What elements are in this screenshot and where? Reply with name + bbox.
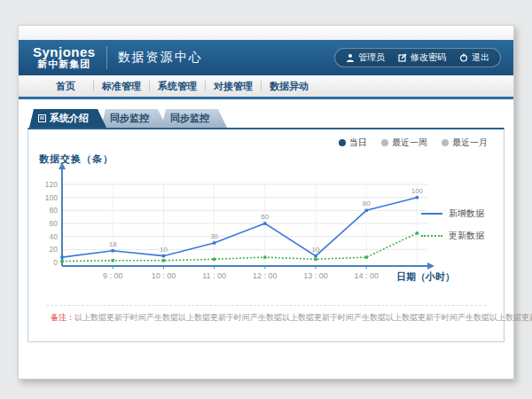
edit-icon — [398, 53, 407, 62]
radio-label: 最近一月 — [452, 137, 488, 149]
power-icon — [459, 53, 468, 62]
y-tick-label: 120 — [45, 180, 58, 189]
series-point-1 — [416, 231, 419, 234]
x-axis-arrow — [427, 262, 434, 270]
logout-label: 退出 — [472, 51, 489, 64]
content-area: 系统介绍 同步监控 同步监控 当日 最近一周 — [19, 99, 513, 342]
app-header: Synjones 新中新集团 数据资源中心 管理员 修改密码 — [19, 40, 513, 75]
radio-dot-icon — [442, 139, 449, 146]
series-point-1 — [112, 259, 114, 262]
change-password-label: 修改密码 — [411, 51, 446, 64]
window-top-strip — [19, 26, 513, 40]
company-logo: Synjones 新中新集团 — [33, 45, 96, 69]
radio-dot-icon — [381, 139, 388, 146]
user-toolbar: 管理员 修改密码 退出 — [334, 48, 501, 67]
series-point-0 — [263, 222, 266, 224]
x-tick-label: 14 : 00 — [354, 271, 379, 280]
tab-label: 同步监控 — [110, 112, 149, 125]
tab-system-intro[interactable]: 系统介绍 — [29, 109, 106, 128]
legend-item-new-data: 新增数据 — [421, 207, 484, 220]
point-label: 10 — [160, 246, 168, 254]
chart-legend: 新增数据 更新数据 — [421, 207, 484, 242]
x-tick-label: 12 : 00 — [253, 271, 278, 280]
y-axis-arrow — [59, 162, 66, 169]
x-tick-label: 9 : 00 — [103, 271, 123, 280]
series-point-0 — [365, 209, 368, 212]
user-icon — [346, 53, 355, 62]
header-divider — [106, 46, 107, 69]
time-range-radios: 当日 最近一周 最近一月 — [339, 137, 488, 149]
point-label: 60 — [261, 213, 269, 221]
series-point-0 — [416, 196, 419, 199]
tab-label: 系统介绍 — [50, 112, 89, 125]
radio-label: 当日 — [349, 137, 367, 149]
tab-label: 同步监控 — [170, 112, 209, 125]
series-point-1 — [60, 260, 63, 262]
solid-line-icon — [421, 213, 442, 215]
footnote-text: 以上数据更新于时间产生数据以上数据更新于时间产生数据以上数据更新于时间产生数据以… — [74, 313, 532, 322]
tab-bar: 系统介绍 同步监控 同步监控 — [29, 108, 505, 128]
tab-sync-monitor-2[interactable]: 同步监控 — [161, 109, 227, 128]
document-icon — [38, 113, 46, 124]
radio-last-week[interactable]: 最近一周 — [381, 137, 427, 149]
nav-item-data-change[interactable]: 数据异动 — [262, 80, 317, 93]
series-point-1 — [314, 258, 317, 261]
series-point-0 — [162, 254, 165, 257]
point-label: 10 — [312, 246, 320, 254]
legend-label: 新增数据 — [449, 207, 484, 220]
nav-item-system-mgmt[interactable]: 系统管理 — [150, 80, 205, 93]
radio-today[interactable]: 当日 — [339, 137, 367, 149]
y-tick-label: 20 — [50, 245, 59, 254]
main-nav: 首页 标准管理 系统管理 对接管理 数据异动 — [19, 75, 513, 99]
radio-last-month[interactable]: 最近一月 — [442, 137, 488, 149]
legend-label: 更新数据 — [449, 230, 484, 242]
user-label: 管理员 — [358, 51, 385, 64]
y-tick-label: 100 — [45, 193, 58, 202]
y-tick-label: 40 — [50, 232, 59, 241]
logo-text-en: Synjones — [33, 45, 96, 59]
dotted-line-icon — [421, 235, 442, 237]
series-point-1 — [365, 255, 368, 258]
x-tick-label: 11 : 00 — [202, 271, 226, 280]
footnote: 备注：以上数据更新于时间产生数据以上数据更新于时间产生数据以上数据更新于时间产生… — [51, 312, 532, 324]
series-point-1 — [213, 258, 215, 261]
logout-button[interactable]: 退出 — [459, 51, 489, 64]
x-tick-label: 13 : 00 — [303, 271, 328, 280]
user-button[interactable]: 管理员 — [346, 51, 385, 64]
tab-sync-monitor-1[interactable]: 同步监控 — [101, 109, 167, 128]
point-label: 80 — [363, 200, 371, 207]
radio-dot-icon — [339, 139, 346, 146]
page-title: 数据资源中心 — [118, 50, 203, 66]
x-tick-label: 10 : 00 — [152, 271, 176, 280]
series-point-0 — [112, 249, 114, 252]
y-tick-label: 80 — [50, 206, 59, 215]
series-point-0 — [314, 254, 317, 257]
point-label: 100 — [411, 187, 424, 195]
nav-item-standard-mgmt[interactable]: 标准管理 — [94, 80, 149, 93]
page-background: { "colors": { "header_top": "#2a6b9c", "… — [0, 0, 532, 399]
series-point-1 — [162, 259, 165, 262]
note-divider — [46, 305, 486, 306]
change-password-button[interactable]: 修改密码 — [398, 51, 446, 64]
x-axis-title: 日期（小时） — [396, 271, 455, 283]
series-point-1 — [263, 255, 266, 258]
series-point-0 — [60, 255, 63, 258]
nav-item-home[interactable]: 首页 — [38, 80, 93, 93]
app-window: Synjones 新中新集团 数据资源中心 管理员 修改密码 — [18, 25, 514, 379]
series-point-0 — [213, 241, 215, 244]
logo-text-cn: 新中新集团 — [33, 59, 96, 70]
point-label: 30 — [210, 232, 218, 240]
y-tick-label: 60 — [50, 219, 59, 228]
footnote-label: 备注： — [51, 313, 74, 322]
nav-item-interface-mgmt[interactable]: 对接管理 — [206, 80, 261, 93]
chart-panel: 当日 最近一周 最近一月 数据交换（条） 0204060801001209 : … — [27, 128, 505, 342]
radio-label: 最近一周 — [392, 137, 427, 149]
legend-item-update-data: 更新数据 — [421, 230, 484, 242]
y-tick-label: 0 — [53, 258, 58, 267]
point-label: 18 — [109, 240, 117, 248]
